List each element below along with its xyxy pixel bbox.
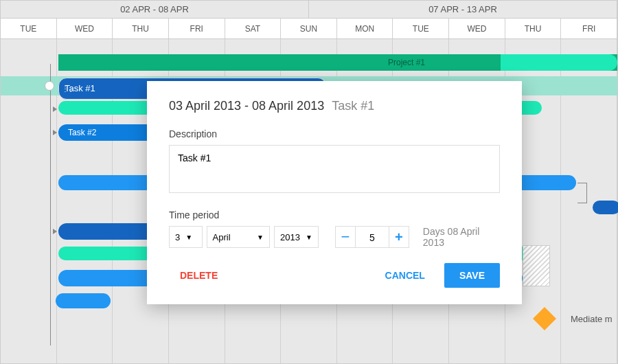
- dependency-arrow-icon: [53, 229, 57, 234]
- plus-icon: +: [395, 230, 403, 244]
- task-label: Task #2: [68, 128, 96, 137]
- connector-circle[interactable]: [45, 81, 54, 91]
- hatched-region: [523, 245, 550, 286]
- dependency-arrow-icon: [53, 106, 57, 112]
- dialog-actions: DELETE CANCEL SAVE: [169, 263, 500, 288]
- week-range: 07 APR - 13 APR: [309, 1, 617, 18]
- cancel-button[interactable]: CANCEL: [374, 263, 436, 288]
- increment-button[interactable]: +: [389, 226, 409, 248]
- time-period-label: Time period: [169, 209, 500, 220]
- day-header: TUE: [393, 19, 449, 38]
- day-header: THU: [113, 19, 169, 38]
- day-header: FRI: [561, 19, 617, 38]
- day-header: THU: [505, 19, 562, 38]
- caret-down-icon: ▼: [185, 234, 192, 241]
- end-date-label: Days 08 April 2013: [423, 226, 500, 248]
- save-button[interactable]: SAVE: [444, 263, 500, 288]
- project-bar[interactable]: Project #1: [58, 54, 617, 71]
- delete-button[interactable]: DELETE: [169, 263, 229, 288]
- description-input[interactable]: [169, 145, 500, 193]
- day-header: WED: [449, 19, 505, 38]
- caret-down-icon: ▼: [257, 234, 264, 241]
- header-days: TUE WED THU FRI SAT SUN MON TUE WED THU …: [1, 19, 617, 39]
- day-value: 3: [175, 232, 180, 242]
- week-range: 02 APR - 08 APR: [1, 1, 309, 18]
- minus-icon: −: [341, 229, 350, 244]
- milestone-label: Mediate m: [571, 314, 613, 324]
- resize-handle-left[interactable]: [62, 78, 73, 99]
- day-header: SAT: [225, 19, 282, 38]
- day-header: MON: [337, 19, 393, 38]
- description-label: Description: [169, 128, 500, 139]
- header-weeks: 02 APR - 08 APR 07 APR - 13 APR: [1, 1, 617, 19]
- duration-stepper: − 5 +: [335, 226, 409, 248]
- year-value: 2013: [280, 232, 300, 242]
- day-header: SUN: [281, 19, 337, 38]
- day-header: WED: [57, 19, 113, 38]
- day-select[interactable]: 3▼: [169, 226, 203, 248]
- caret-down-icon: ▼: [306, 234, 312, 241]
- time-period-row: 3▼ April▼ 2013▼ − 5 + Days 08 April 2013: [169, 226, 500, 248]
- dialog-date-range: 03 April 2013 - 08 April 2013: [169, 99, 324, 113]
- project-label: Project #1: [388, 54, 425, 71]
- dependency-arrow-icon: [53, 130, 57, 135]
- month-select[interactable]: April▼: [207, 226, 270, 248]
- grip-icon: [62, 80, 73, 98]
- decrement-button[interactable]: −: [335, 226, 356, 248]
- milestone-diamond-icon[interactable]: [533, 307, 556, 330]
- dependency-bracket: [577, 183, 587, 203]
- month-value: April: [213, 232, 231, 242]
- dialog-title: 03 April 2013 - 08 April 2013 Task #1: [169, 99, 500, 113]
- dependency-line: [50, 64, 51, 345]
- task-edit-dialog: 03 April 2013 - 08 April 2013 Task #1 De…: [147, 81, 522, 304]
- duration-value[interactable]: 5: [356, 226, 389, 248]
- project-bar-tail: [501, 54, 617, 71]
- day-header: TUE: [1, 19, 57, 38]
- dialog-task-name: Task #1: [332, 99, 374, 113]
- day-header: FRI: [169, 19, 225, 38]
- task-bar[interactable]: [593, 201, 618, 214]
- year-select[interactable]: 2013▼: [274, 226, 319, 248]
- task-bar[interactable]: [56, 293, 111, 308]
